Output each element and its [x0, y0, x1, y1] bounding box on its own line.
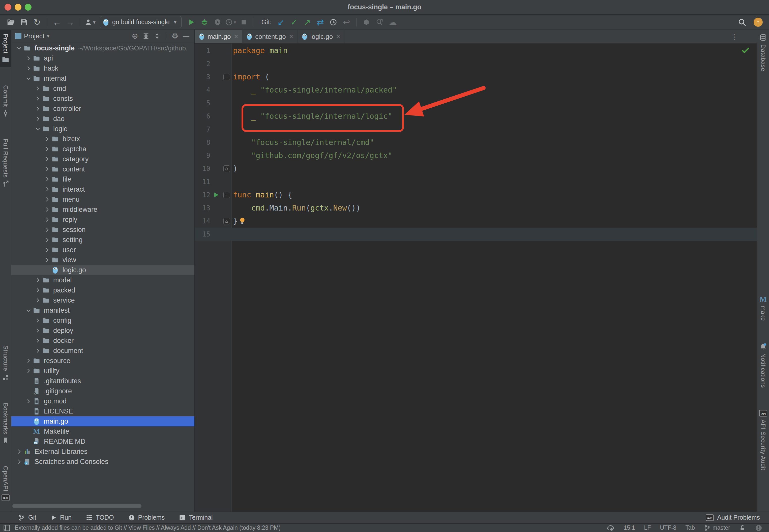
git-update-button[interactable]: ↙ — [275, 16, 287, 28]
chevron-right-icon[interactable] — [43, 226, 51, 233]
chevron-right-icon[interactable] — [15, 448, 23, 455]
tree-item-reply[interactable]: reply — [11, 215, 194, 225]
open-project-icon[interactable] — [5, 16, 17, 28]
sync-icon[interactable]: ↻ — [31, 16, 43, 28]
tool-window-button-openapi[interactable]: OpenAPI/API — [0, 462, 11, 505]
tree-item-go-mod[interactable]: go.mod — [11, 396, 194, 406]
tree-item-packed[interactable]: packed — [11, 285, 194, 295]
chevron-right-icon[interactable] — [34, 276, 42, 284]
chevron-right-icon[interactable] — [34, 95, 42, 102]
chevron-right-icon[interactable] — [34, 317, 42, 324]
tree-item-gitattributes[interactable]: .gitattributes — [11, 376, 194, 386]
git-push-button[interactable]: ↗ — [301, 16, 313, 28]
tree-item-consts[interactable]: consts — [11, 94, 194, 104]
fold-open-icon[interactable]: − — [223, 74, 230, 80]
tree-item-category[interactable]: category — [11, 154, 194, 164]
forward-icon[interactable]: → — [64, 16, 76, 28]
chevron-right-icon[interactable] — [25, 397, 32, 405]
tool-window-button-project[interactable]: Project — [0, 30, 11, 67]
code-line-5[interactable]: 5 — [195, 97, 757, 110]
tree-item-license[interactable]: LICENSE — [11, 406, 194, 416]
background-tasks-icon[interactable] — [755, 524, 762, 532]
code-line-7[interactable]: 7 — [195, 123, 757, 136]
editor-tab-main-go[interactable]: main.go× — [195, 30, 242, 43]
run-button[interactable] — [186, 16, 197, 28]
run-line-icon[interactable] — [213, 192, 219, 199]
chevron-down-icon[interactable] — [25, 75, 32, 82]
code-line-1[interactable]: 1package main — [195, 44, 757, 57]
tree-item-api[interactable]: api — [11, 53, 194, 63]
chevron-right-icon[interactable] — [43, 216, 51, 223]
inspection-ok-icon[interactable] — [741, 46, 750, 56]
chevron-right-icon[interactable] — [34, 85, 42, 92]
chevron-right-icon[interactable] — [34, 286, 42, 294]
tool-window-button-run[interactable]: Run — [50, 514, 72, 521]
git-fetch-button[interactable]: ⇄ — [314, 16, 326, 28]
chevron-right-icon[interactable] — [43, 236, 51, 244]
code-line-10[interactable]: 10⌂) — [195, 162, 757, 175]
tree-item-content[interactable]: content — [11, 164, 194, 174]
tree-item-menu[interactable]: menu — [11, 194, 194, 204]
tree-item-view[interactable]: view — [11, 255, 194, 265]
close-icon[interactable]: × — [289, 33, 293, 41]
tree-item-external-libraries[interactable]: External Libraries — [11, 447, 194, 457]
code-line-8[interactable]: 8 "focus-single/internal/cmd" — [195, 136, 757, 149]
tree-item-scratches-and-consoles[interactable]: Scratches and Consoles — [11, 457, 194, 467]
tool-window-button-make[interactable]: Mmake — [757, 292, 769, 324]
tree-item-service[interactable]: service — [11, 295, 194, 305]
tool-window-button-pull-requests[interactable]: Pull Requests — [0, 135, 11, 191]
status-message[interactable]: Externally added files can be added to G… — [15, 524, 281, 531]
project-view-selector[interactable]: Project — [24, 32, 44, 40]
tree-item-readme-md[interactable]: MDREADME.MD — [11, 436, 194, 447]
code-line-6[interactable]: 6 _ "focus-single/internal/logic" — [195, 110, 757, 123]
intention-bulb-icon[interactable] — [239, 217, 246, 226]
cloud-button[interactable]: ☁ — [387, 16, 398, 28]
stop-button[interactable] — [238, 16, 250, 28]
chevron-down-icon[interactable] — [25, 307, 32, 314]
chevron-right-icon[interactable] — [43, 135, 51, 143]
fold-close-icon[interactable]: ⌂ — [223, 218, 230, 224]
close-window-button[interactable] — [5, 4, 11, 11]
chevron-down-icon[interactable] — [15, 44, 23, 52]
code-line-11[interactable]: 11 — [195, 175, 757, 188]
fold-open-icon[interactable]: − — [223, 192, 230, 198]
update-available-badge[interactable]: ↑ — [752, 16, 764, 28]
minimize-window-button[interactable] — [15, 4, 21, 11]
close-icon[interactable]: × — [336, 33, 340, 41]
tool-window-button-problems[interactable]: Problems — [128, 514, 165, 521]
lock-icon[interactable] — [739, 525, 746, 531]
tree-item-manifest[interactable]: manifest — [11, 305, 194, 315]
tool-window-button-api-security-audit[interactable]: /APIAPI Security Audit — [757, 406, 769, 474]
indent-style[interactable]: Tab — [686, 524, 695, 531]
tree-item-user[interactable]: user — [11, 245, 194, 255]
window-layout-icon[interactable] — [3, 524, 11, 532]
chevron-down-icon[interactable]: ▾ — [47, 33, 49, 39]
chevron-right-icon[interactable] — [25, 54, 32, 62]
tree-item-focus-single[interactable]: focus-single~/Workspace/Go/GOPATH/src/gi… — [11, 43, 194, 53]
tool-window-button-database[interactable]: Database — [757, 30, 769, 75]
tool-window-button-bookmarks[interactable]: Bookmarks — [0, 399, 11, 448]
tree-item-logic-go[interactable]: logic.go — [11, 265, 194, 275]
coverage-button[interactable] — [212, 16, 223, 28]
shelve-button[interactable] — [361, 16, 372, 28]
run-config-combo[interactable]: go build focus-single▼ — [100, 16, 182, 28]
tree-item-model[interactable]: model — [11, 275, 194, 285]
code-line-2[interactable]: 2 — [195, 57, 757, 70]
tool-window-button-terminal[interactable]: Terminal — [179, 514, 213, 521]
code-line-14[interactable]: 14⌂} — [195, 215, 757, 228]
chevron-right-icon[interactable] — [34, 327, 42, 334]
settings-icon[interactable]: ⚙ — [170, 31, 180, 41]
cloud-sync-icon[interactable] — [607, 524, 615, 531]
tree-item-cmd[interactable]: cmd — [11, 83, 194, 94]
tool-window-button-commit[interactable]: Commit — [0, 82, 11, 121]
tree-item-controller[interactable]: controller — [11, 104, 194, 114]
tree-item-deploy[interactable]: deploy — [11, 326, 194, 336]
chevron-right-icon[interactable] — [34, 347, 42, 354]
tree-horizontal-scrollbar[interactable] — [12, 504, 141, 508]
tree-item-internal[interactable]: internal — [11, 73, 194, 83]
git-branch[interactable]: master — [704, 524, 730, 531]
tool-window-button-structure[interactable]: Structure — [0, 342, 11, 385]
code-line-3[interactable]: 3−import ( — [195, 70, 757, 83]
chevron-right-icon[interactable] — [43, 145, 51, 153]
caret-position[interactable]: 15:1 — [624, 524, 635, 531]
